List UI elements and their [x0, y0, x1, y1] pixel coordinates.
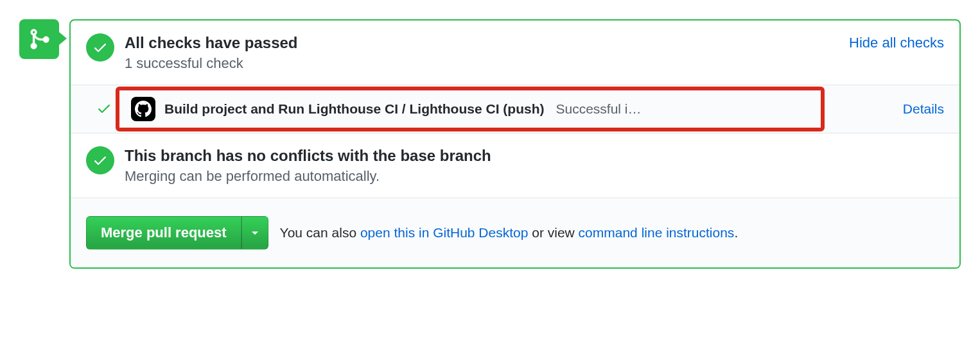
merge-pull-request-button[interactable]: Merge pull request [86, 216, 241, 249]
merge-status-panel: All checks have passed 1 successful chec… [69, 19, 961, 269]
conflicts-subtitle: Merging can be performed automatically. [125, 168, 944, 185]
github-actions-avatar-icon [131, 97, 155, 121]
conflicts-title: This branch has no conflicts with the ba… [125, 146, 944, 165]
merge-options-dropdown[interactable] [241, 216, 268, 249]
git-merge-icon [19, 19, 59, 59]
checkmark-icon [86, 33, 114, 62]
checks-title: All checks have passed [125, 33, 849, 53]
command-line-instructions-link[interactable]: command line instructions [579, 225, 735, 240]
merge-help-text: You can also open this in GitHub Desktop… [280, 225, 739, 241]
check-status: Successful i… [556, 101, 641, 117]
checks-summary-section: All checks have passed 1 successful chec… [71, 21, 959, 85]
checkmark-icon [86, 146, 114, 174]
check-item-row: Build project and Run Lighthouse CI / Li… [71, 85, 959, 133]
toggle-checks-link[interactable]: Hide all checks [849, 35, 944, 51]
merge-action-section: Merge pull request You can also open thi… [71, 198, 959, 267]
open-github-desktop-link[interactable]: open this in GitHub Desktop [360, 225, 528, 240]
check-name[interactable]: Build project and Run Lighthouse CI / Li… [164, 101, 544, 117]
check-details-link[interactable]: Details [893, 101, 944, 117]
check-success-icon [96, 101, 112, 118]
checks-subtitle: 1 successful check [125, 55, 849, 72]
caret-down-icon [251, 229, 259, 237]
conflicts-section: This branch has no conflicts with the ba… [71, 133, 959, 198]
